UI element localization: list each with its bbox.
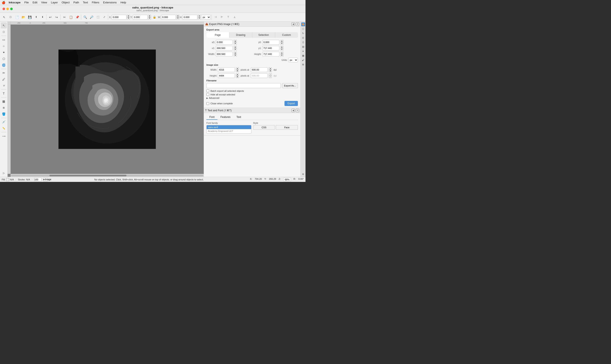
img-height-decrement[interactable]: ▼ <box>236 76 239 78</box>
ri-symbols[interactable]: ♦ <box>301 49 305 53</box>
apple-menu-icon[interactable]: 🍎 <box>2 1 5 4</box>
export-height-increment[interactable]: ▲ <box>280 52 283 54</box>
opacity-input[interactable] <box>34 178 41 182</box>
copy[interactable]: 📋 <box>68 14 74 20</box>
y0-decrement[interactable]: ▼ <box>280 42 283 45</box>
img-width-decrement[interactable]: ▼ <box>236 70 239 72</box>
y1-increment[interactable]: ▲ <box>280 46 283 48</box>
tool-connector[interactable]: ⟶ <box>1 133 7 139</box>
ri-layers[interactable]: ▤ <box>301 45 305 49</box>
ri-expand[interactable]: ⊕ <box>301 172 305 176</box>
x-input[interactable] <box>112 15 126 20</box>
zoom-in[interactable]: 🔍 <box>82 14 88 20</box>
x-decrement[interactable]: ▼ <box>127 17 130 20</box>
align-center[interactable]: ⊢ <box>219 14 225 20</box>
menubar-help[interactable]: Help <box>119 0 128 4</box>
tool-mesh[interactable]: ⊞ <box>1 105 7 111</box>
paste[interactable]: 📌 <box>74 14 80 20</box>
menubar-extensions[interactable]: Extensions <box>101 0 118 4</box>
img-width-increment[interactable]: ▲ <box>236 67 239 70</box>
h-decrement[interactable]: ▼ <box>198 17 201 20</box>
ri-swatches[interactable]: ▦ <box>301 54 305 57</box>
font-css-button[interactable]: CSS <box>253 125 275 130</box>
y-decrement[interactable]: ▼ <box>148 17 151 20</box>
font-list-item-sans-serif[interactable]: sans-serif <box>207 125 251 129</box>
export-panel-close[interactable]: ✕ <box>296 23 299 26</box>
export-width-decrement[interactable]: ▼ <box>234 54 237 56</box>
tool-pen[interactable]: 🖊 <box>1 76 7 82</box>
font-panel-close[interactable]: ✕ <box>296 109 299 112</box>
menubar-edit[interactable]: Edit <box>31 0 39 4</box>
y1-input[interactable] <box>262 46 279 51</box>
zoom-selection[interactable]: ⤢ <box>101 14 107 20</box>
cut[interactable]: ✂ <box>62 14 67 20</box>
menubar-text[interactable]: Text <box>81 0 90 4</box>
font-tab-font[interactable]: Font <box>206 115 217 120</box>
font-panel-collapse[interactable]: ◀ <box>292 109 295 112</box>
tab-drawing[interactable]: Drawing <box>229 32 252 38</box>
font-tab-features[interactable]: Features <box>217 115 233 120</box>
ri-xml-editor[interactable]: ⟨⟩ <box>301 40 305 44</box>
export-width-input[interactable] <box>216 52 233 56</box>
dpi-value-2[interactable] <box>251 73 268 78</box>
w-input[interactable] <box>161 15 176 20</box>
align-left[interactable]: ⊣ <box>213 14 219 20</box>
tool-star[interactable]: ✦ <box>1 49 7 55</box>
close-button[interactable] <box>2 8 5 10</box>
menubar-object[interactable]: Object <box>60 0 71 4</box>
y0-input[interactable] <box>262 40 279 45</box>
tool-pages[interactable]: ▷ <box>1 170 7 176</box>
tab-selection[interactable]: Selection <box>252 32 275 38</box>
x1-increment[interactable]: ▲ <box>234 46 237 48</box>
menubar-layer[interactable]: Layer <box>49 0 60 4</box>
tab-page[interactable]: Page <box>206 32 229 38</box>
maximize-button[interactable] <box>10 8 13 10</box>
undo[interactable]: ↩ <box>47 14 53 20</box>
tool-select[interactable]: ↖ <box>1 23 7 28</box>
menubar-inkscape[interactable]: Inkscape <box>7 0 22 4</box>
tool-node[interactable]: ⬡ <box>8 14 13 20</box>
dpi1-decrement[interactable]: ▼ <box>269 70 272 72</box>
h-input[interactable] <box>183 15 197 20</box>
canvas-content[interactable] <box>11 25 204 174</box>
tool-calligraphy[interactable]: 𝒞 <box>1 83 7 89</box>
x0-input[interactable] <box>216 40 233 45</box>
y-input[interactable] <box>133 15 148 20</box>
x1-input[interactable] <box>216 46 233 51</box>
units-select[interactable]: px mm cm in <box>201 15 211 20</box>
ri-object-properties[interactable]: ⬡ <box>301 27 305 31</box>
zoom-fit[interactable]: ⛶ <box>95 14 101 20</box>
align-right[interactable]: ⊤ <box>225 14 231 20</box>
menubar-view[interactable]: View <box>40 0 49 4</box>
tool-spiral[interactable]: 🌀 <box>1 62 7 68</box>
dpi2-increment[interactable]: ▲ <box>269 73 272 76</box>
dpi1-increment[interactable]: ▲ <box>269 67 272 70</box>
menubar-file[interactable]: File <box>23 0 30 4</box>
x-increment[interactable]: ▲ <box>127 15 130 17</box>
y-increment[interactable]: ▲ <box>148 15 151 17</box>
tool-paint-bucket[interactable]: 🪣 <box>1 111 7 117</box>
tool-measure[interactable]: 📏 <box>1 125 7 131</box>
font-list-item-academy[interactable]: Academy Engraved LET <box>207 129 251 133</box>
tool-rectangle[interactable]: ▭ <box>1 37 7 43</box>
hide-except-checkbox[interactable] <box>206 93 209 96</box>
font-face-button[interactable]: Face <box>276 125 298 130</box>
tool-pencil[interactable]: ✏ <box>1 70 7 76</box>
img-width-input[interactable] <box>218 67 235 72</box>
save-document[interactable]: 💾 <box>27 14 33 20</box>
img-height-input[interactable] <box>218 73 235 78</box>
zoom-out[interactable]: 🔎 <box>89 14 94 20</box>
w-decrement[interactable]: ▼ <box>176 17 179 20</box>
ri-transform[interactable]: ↻ <box>301 31 305 35</box>
dpi2-decrement[interactable]: ▼ <box>269 76 272 78</box>
advanced-row[interactable]: ▶ Advanced <box>206 97 298 99</box>
zoom-input[interactable] <box>283 178 291 182</box>
x0-decrement[interactable]: ▼ <box>234 42 237 45</box>
export-button[interactable]: Export <box>284 101 298 106</box>
menubar-path[interactable]: Path <box>72 0 81 4</box>
export-panel-collapse[interactable]: ◀ <box>292 23 295 26</box>
lock-aspect[interactable]: 🔒 <box>151 14 158 20</box>
y0-increment[interactable]: ▲ <box>280 40 283 42</box>
ri-align[interactable]: ⊡ <box>301 36 305 40</box>
tab-custom[interactable]: Custom <box>275 32 298 38</box>
